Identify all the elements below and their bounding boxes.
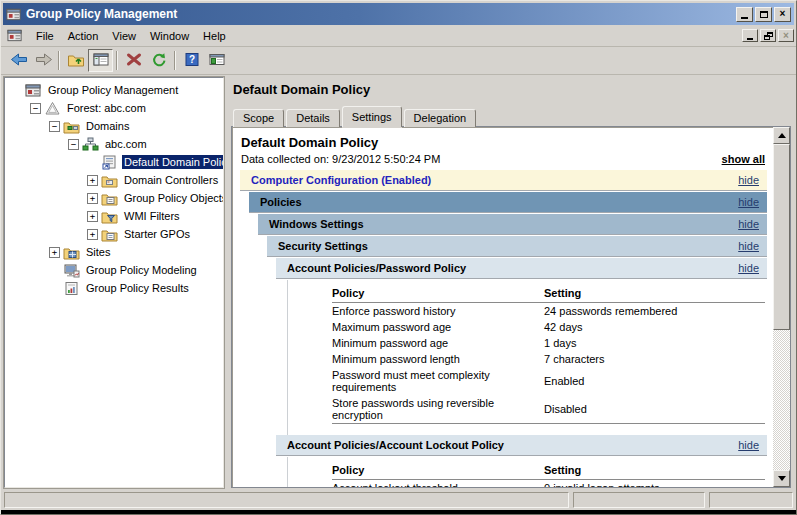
section-label: Security Settings	[278, 240, 368, 252]
show-all-link[interactable]: show all	[722, 153, 765, 165]
window-title: Group Policy Management	[26, 7, 734, 21]
hide-link[interactable]: hide	[738, 196, 759, 208]
expand-plus-icon[interactable]: +	[87, 229, 98, 240]
minimize-button[interactable]	[736, 7, 753, 22]
scrollbar-thumb[interactable]	[773, 144, 790, 330]
hide-link[interactable]: hide	[738, 240, 759, 252]
expand-plus-icon[interactable]: +	[87, 193, 98, 204]
table-row: Minimum password length7 characters	[332, 351, 765, 367]
hide-link[interactable]: hide	[738, 439, 759, 451]
help-button[interactable]: ?	[179, 49, 204, 72]
maximize-icon	[760, 11, 768, 18]
console-tree-button[interactable]	[88, 49, 113, 72]
tab-delegation[interactable]: Delegation	[404, 109, 477, 127]
tree-item-group-policy-objects[interactable]: +Group Policy Objects	[7, 189, 223, 207]
domain-icon	[82, 137, 99, 152]
tree-item-abc-com[interactable]: −abc.com	[7, 135, 223, 153]
gpmc-console-icon	[7, 28, 23, 43]
tree-item-domains[interactable]: −Domains	[7, 117, 223, 135]
status-bar	[1, 490, 796, 510]
forward-button[interactable]	[30, 49, 55, 72]
menu-item-window[interactable]: Window	[143, 27, 196, 45]
tree-item-label[interactable]: Sites	[84, 245, 112, 259]
tab-scope[interactable]: Scope	[233, 109, 284, 127]
section-children: PolicieshideWindows SettingshideSecurity…	[249, 192, 767, 487]
tab-details[interactable]: Details	[286, 109, 340, 127]
delete-icon	[125, 52, 143, 69]
main-area: Group Policy Management−Forest: abc.com−…	[4, 77, 793, 488]
tree-item-default-domain-policy[interactable]: Default Domain Policy	[7, 153, 223, 171]
back-button[interactable]	[5, 49, 30, 72]
tree-item-wmi-filters[interactable]: +WMI Filters	[7, 207, 223, 225]
table-cell: 0 invalid logon attempts	[544, 480, 765, 488]
scrollbar-track[interactable]	[773, 330, 790, 470]
section-header-account-policies-password-policy: Account Policies/Password Policyhide	[276, 258, 767, 279]
tree-item-sites[interactable]: +Sites	[7, 243, 223, 261]
expand-plus-icon[interactable]: +	[49, 247, 60, 258]
section-account-policies-account-lockout-policy: Account Policies/Account Lockout Policyh…	[276, 435, 767, 487]
tab-strip: ScopeDetailsSettingsDelegation	[233, 106, 791, 127]
new-window-button[interactable]	[204, 49, 229, 72]
maximize-button[interactable]	[755, 7, 772, 22]
tree-item-label[interactable]: Group Policy Modeling	[84, 263, 199, 277]
section-computer-configuration-enabled-: Computer Configuration (Enabled)hidePoli…	[240, 170, 767, 487]
tree-item-label[interactable]: abc.com	[103, 137, 149, 151]
scroll-down-button[interactable]	[773, 470, 790, 487]
gpmc-icon	[25, 83, 42, 98]
tree-item-domain-controllers[interactable]: +Domain Controllers	[7, 171, 223, 189]
tree-item-group-policy-modeling[interactable]: Group Policy Modeling	[7, 261, 223, 279]
hide-link[interactable]: hide	[738, 262, 759, 274]
collapse-minus-icon[interactable]: −	[49, 121, 60, 132]
child-close-button: ×	[778, 29, 794, 42]
tree-item-group-policy-results[interactable]: Group Policy Results	[7, 279, 223, 297]
section-header-windows-settings: Windows Settingshide	[258, 214, 767, 235]
tree-item-label[interactable]: Default Domain Policy	[122, 155, 224, 169]
menu-item-file[interactable]: File	[29, 27, 61, 45]
tree-item-label[interactable]: Domain Controllers	[122, 173, 220, 187]
tree-item-label[interactable]: Forest: abc.com	[65, 101, 148, 115]
collapse-minus-icon[interactable]: −	[30, 103, 41, 114]
tree-item-label[interactable]: Group Policy Objects	[122, 191, 224, 205]
section-header-account-policies-account-lockout-policy: Account Policies/Account Lockout Policyh…	[276, 435, 767, 456]
vertical-scrollbar[interactable]	[773, 127, 790, 487]
up-one-level-button[interactable]	[63, 49, 88, 72]
menu-item-help[interactable]: Help	[196, 27, 233, 45]
details-panel: Default Domain Policy ScopeDetailsSettin…	[229, 77, 793, 488]
table-row: Password must meet complexity requiremen…	[332, 367, 765, 395]
help-icon: ?	[183, 52, 201, 69]
section-header-policies: Policieshide	[249, 192, 767, 213]
hide-link[interactable]: hide	[738, 174, 759, 186]
menu-item-view[interactable]: View	[105, 27, 143, 45]
child-restore-button[interactable]	[760, 29, 776, 42]
forest-icon	[44, 101, 61, 116]
close-button[interactable]: ×	[774, 7, 791, 22]
tree-item-label[interactable]: Starter GPOs	[122, 227, 192, 241]
data-collected-label: Data collected on: 9/23/2012 5:50:24 PM	[241, 153, 440, 165]
table-row: Store passwords using reversible encrypt…	[332, 395, 765, 424]
scroll-up-button[interactable]	[773, 127, 790, 144]
arrow-up-icon	[778, 133, 786, 138]
tree-item-forest-abc-com[interactable]: −Forest: abc.com	[7, 99, 223, 117]
section-header-computer-configuration-enabled-: Computer Configuration (Enabled)hide	[240, 170, 767, 191]
table-cell: Disabled	[544, 395, 765, 424]
expand-plus-icon[interactable]: +	[87, 211, 98, 222]
delete-button[interactable]	[121, 49, 146, 72]
tree-item-label[interactable]: Domains	[84, 119, 131, 133]
child-minimize-button[interactable]	[742, 29, 758, 42]
column-header: Policy	[332, 462, 544, 480]
tree-item-group-policy-management[interactable]: Group Policy Management	[7, 81, 223, 99]
svg-text:?: ?	[188, 54, 194, 65]
tree-item-starter-gpos[interactable]: +Starter GPOs	[7, 225, 223, 243]
expand-plus-icon[interactable]: +	[87, 175, 98, 186]
table-cell: Store passwords using reversible encrypt…	[332, 395, 544, 424]
hide-link[interactable]: hide	[738, 218, 759, 230]
tab-settings[interactable]: Settings	[342, 106, 402, 127]
table-row: Account lockout threshold0 invalid logon…	[332, 480, 765, 488]
tree-item-label[interactable]: Group Policy Management	[46, 83, 180, 97]
table-cell: Maximum password age	[332, 319, 544, 335]
tree-item-label[interactable]: Group Policy Results	[84, 281, 191, 295]
tree-item-label[interactable]: WMI Filters	[122, 209, 182, 223]
refresh-button[interactable]	[146, 49, 171, 72]
collapse-minus-icon[interactable]: −	[68, 139, 79, 150]
menu-item-action[interactable]: Action	[61, 27, 106, 45]
